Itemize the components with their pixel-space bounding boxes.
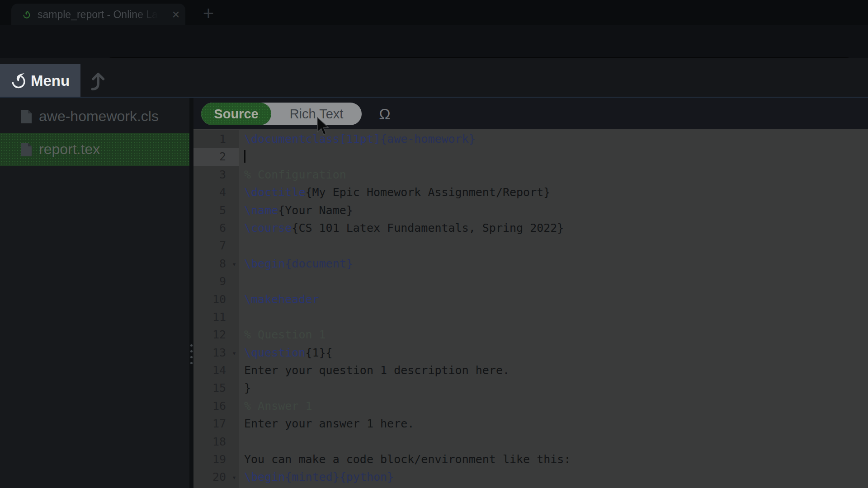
file-item[interactable]: awe-homework.cls [0, 100, 189, 133]
fold-arrow-icon[interactable]: ▾ [232, 255, 236, 273]
code-text: \begin{document} [239, 255, 353, 272]
code-line[interactable]: 2 [193, 148, 868, 165]
symbol-palette-button[interactable]: Ω [373, 103, 396, 125]
overleaf-favicon [21, 9, 31, 19]
code-text: \question{1}{ [239, 344, 333, 361]
line-number: 7 [193, 237, 239, 254]
code-text [239, 272, 244, 290]
file-icon [20, 142, 33, 157]
drag-dot [190, 344, 193, 347]
code-text: % Question 1 [239, 326, 326, 343]
code-line[interactable]: 13▾\question{1}{ [193, 344, 868, 361]
code-line[interactable]: 3% Configuration [193, 166, 868, 183]
line-number: 3 [193, 166, 239, 183]
line-number: 14 [193, 361, 239, 379]
code-text: You can make a code block/environment li… [239, 450, 571, 468]
upload-icon[interactable] [86, 69, 108, 92]
code-line[interactable]: 21def hello(): [193, 486, 868, 488]
drag-dot [190, 362, 193, 364]
mouse-cursor [316, 117, 333, 136]
line-number: 1 [193, 130, 239, 148]
code-line[interactable]: 8▾\begin{document} [193, 255, 868, 272]
code-line[interactable]: 17Enter your answer 1 here. [193, 415, 868, 432]
line-number: 8▾ [193, 255, 239, 272]
editor-toolbar: Source Rich Text Ω [193, 98, 868, 129]
code-editor[interactable]: 1\documentclass[11pt]{awe-homework}23% C… [193, 129, 868, 488]
file-name: awe-homework.cls [39, 108, 159, 125]
line-number: 16 [193, 397, 239, 415]
code-text: \makeheader [239, 291, 319, 308]
code-text: } [239, 379, 251, 397]
line-number: 13▾ [193, 344, 239, 361]
code-line[interactable]: 11 [193, 308, 868, 326]
line-number: 17 [193, 415, 239, 432]
code-text: % Answer 1 [239, 397, 312, 415]
file-item[interactable]: report.tex [0, 133, 189, 166]
overleaf-logo-icon [7, 71, 27, 91]
toolbar-divider [408, 103, 408, 124]
code-line[interactable]: 1\documentclass[11pt]{awe-homework} [193, 130, 868, 148]
panel-resize-handle[interactable] [189, 98, 193, 488]
code-line[interactable]: 4\doctitle{My Epic Homework Assignment/R… [193, 183, 868, 201]
line-number: 10 [193, 291, 239, 308]
file-icon [20, 109, 33, 124]
menu-button[interactable]: Menu [0, 64, 80, 98]
tab-title: sample_report - Online LaTeX Edi [38, 4, 159, 25]
code-line[interactable]: 5\name{Your Name} [193, 202, 868, 219]
code-line[interactable]: 6\course{CS 101 Latex Fundamentals, Spri… [193, 219, 868, 237]
code-text [239, 308, 244, 326]
text-caret [244, 150, 245, 163]
line-number: 15 [193, 379, 239, 397]
code-line[interactable]: 19You can make a code block/environment … [193, 450, 868, 468]
line-number: 19 [193, 450, 239, 468]
source-toggle[interactable]: Source [201, 103, 271, 125]
code-line[interactable]: 9 [193, 272, 868, 290]
code-line[interactable]: 20▾\begin{minted}{python} [193, 468, 868, 486]
code-line[interactable]: 12% Question 1 [193, 326, 868, 343]
drag-dot [190, 350, 193, 352]
code-line[interactable]: 15} [193, 379, 868, 397]
code-line[interactable]: 14Enter your question 1 description here… [193, 361, 868, 379]
line-number: 5 [193, 202, 239, 219]
line-number: 21 [193, 486, 239, 488]
line-number: 4 [193, 183, 239, 201]
code-text [239, 433, 244, 450]
browser-tab[interactable]: sample_report - Online LaTeX Edi × [11, 4, 185, 25]
line-number: 12 [193, 326, 239, 343]
code-text: \documentclass[11pt]{awe-homework} [239, 130, 476, 148]
file-name: report.tex [39, 141, 100, 158]
code-text: def hello(): [239, 486, 326, 488]
overleaf-header: Menu [0, 58, 868, 98]
browser-tab-strip: sample_report - Online LaTeX Edi × + [0, 0, 868, 25]
fold-arrow-icon[interactable]: ▾ [232, 344, 236, 362]
line-number: 2 [193, 148, 239, 165]
code-text: \name{Your Name} [239, 202, 353, 219]
code-text: \begin{minted}{python} [239, 468, 394, 486]
code-lines: 1\documentclass[11pt]{awe-homework}23% C… [193, 129, 868, 488]
menu-label: Menu [31, 72, 70, 89]
code-text: \doctitle{My Epic Homework Assignment/Re… [239, 183, 550, 201]
code-text: Enter your answer 1 here. [239, 415, 414, 432]
code-text: \course{CS 101 Latex Fundamentals, Sprin… [239, 219, 564, 237]
code-text: % Configuration [239, 166, 346, 183]
code-line[interactable]: 16% Answer 1 [193, 397, 868, 415]
code-text [239, 237, 244, 254]
line-number: 18 [193, 433, 239, 450]
file-tree: awe-homework.clsreport.tex [0, 98, 189, 488]
code-line[interactable]: 10\makeheader [193, 291, 868, 308]
code-text: Enter your question 1 description here. [239, 361, 509, 379]
line-number: 9 [193, 272, 239, 290]
source-richtext-toggle: Source Rich Text [201, 103, 362, 125]
close-tab-icon[interactable]: × [168, 6, 184, 23]
code-line[interactable]: 7 [193, 237, 868, 254]
line-number: 11 [193, 308, 239, 326]
browser-navbar: https://www.overleaf.com/project/621a59c… [0, 25, 868, 58]
fold-arrow-icon[interactable]: ▾ [232, 469, 236, 486]
code-text [239, 148, 245, 165]
code-line[interactable]: 18 [193, 433, 868, 450]
new-tab-button[interactable]: + [198, 4, 219, 24]
line-number: 20▾ [193, 468, 239, 486]
line-number: 6 [193, 219, 239, 237]
drag-dot [190, 356, 193, 358]
